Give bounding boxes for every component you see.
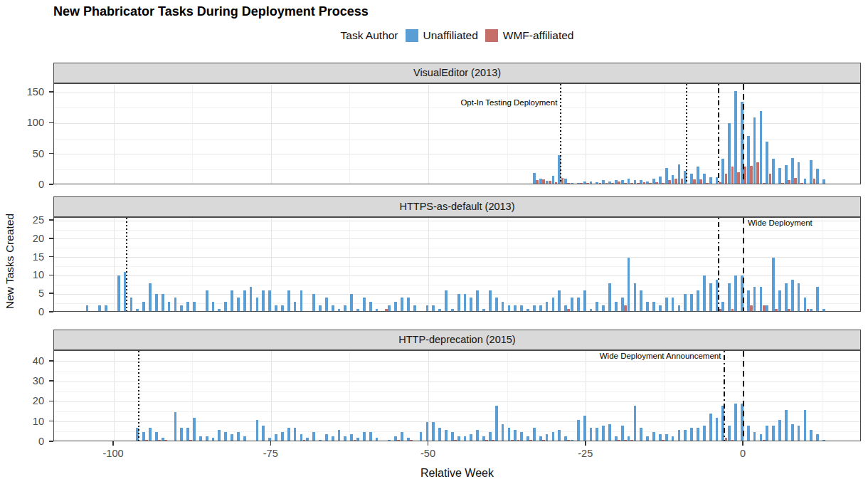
bar-wmf-affiliated bbox=[800, 183, 803, 184]
y-tick-label: 20 bbox=[0, 395, 44, 406]
bar-wmf-affiliated bbox=[618, 182, 620, 184]
bar-wmf-affiliated bbox=[794, 178, 797, 184]
bar-unaffiliated bbox=[533, 428, 536, 441]
gridline-h-minor bbox=[54, 285, 860, 285]
bar-wmf-affiliated bbox=[624, 440, 627, 441]
bar-unaffiliated bbox=[804, 410, 807, 441]
bar-wmf-affiliated bbox=[410, 440, 413, 441]
bar-unaffiliated bbox=[168, 302, 171, 312]
bar-wmf-affiliated bbox=[624, 305, 627, 312]
gridline-v-minor bbox=[192, 84, 193, 184]
gridline-h-major bbox=[54, 275, 860, 276]
bar-unaffiliated bbox=[583, 416, 586, 441]
bar-unaffiliated bbox=[772, 159, 775, 184]
bar-unaffiliated bbox=[602, 426, 605, 441]
bar-unaffiliated bbox=[709, 414, 712, 441]
bar-unaffiliated bbox=[533, 305, 536, 312]
y-tick-mark bbox=[49, 311, 53, 312]
bar-unaffiliated bbox=[300, 290, 303, 312]
bar-unaffiliated bbox=[432, 422, 435, 441]
gridline-v-major bbox=[114, 218, 115, 311]
bar-wmf-affiliated bbox=[750, 166, 753, 184]
bar-unaffiliated bbox=[86, 305, 89, 312]
facet-strip-https-default: HTTPS-as-default (2013) bbox=[53, 196, 861, 217]
bar-wmf-affiliated bbox=[567, 309, 570, 312]
bar-wmf-affiliated bbox=[763, 305, 766, 312]
gridline-h-major bbox=[54, 123, 860, 124]
bar-unaffiliated bbox=[332, 436, 334, 441]
bar-unaffiliated bbox=[766, 426, 768, 441]
bar-wmf-affiliated bbox=[630, 440, 633, 441]
bar-unaffiliated bbox=[520, 432, 523, 441]
bar-unaffiliated bbox=[350, 294, 353, 312]
bar-wmf-affiliated bbox=[693, 179, 696, 184]
bar-wmf-affiliated bbox=[385, 309, 388, 312]
bar-unaffiliated bbox=[319, 440, 322, 441]
bar-unaffiliated bbox=[193, 418, 196, 441]
event-annotation: Opt-In Testing Deployment bbox=[344, 98, 557, 107]
x-tick-mark bbox=[428, 441, 429, 446]
y-tick-label: 15 bbox=[0, 251, 44, 263]
y-tick-label: 100 bbox=[0, 117, 44, 128]
bar-unaffiliated bbox=[810, 430, 813, 441]
bar-unaffiliated bbox=[508, 305, 511, 312]
bar-unaffiliated bbox=[577, 298, 580, 312]
bar-unaffiliated bbox=[652, 302, 655, 312]
bar-unaffiliated bbox=[526, 309, 529, 312]
bar-wmf-affiliated bbox=[189, 440, 192, 441]
bar-wmf-affiliated bbox=[529, 440, 532, 441]
bar-wmf-affiliated bbox=[725, 174, 728, 184]
event-vline-dotted bbox=[126, 218, 127, 311]
bar-unaffiliated bbox=[470, 298, 472, 312]
bar-unaffiliated bbox=[149, 283, 152, 312]
bar-unaffiliated bbox=[502, 424, 504, 441]
bar-unaffiliated bbox=[634, 406, 637, 441]
x-tick-label: -100 bbox=[92, 448, 134, 459]
bar-wmf-affiliated bbox=[618, 440, 620, 441]
bar-unaffiliated bbox=[697, 428, 699, 441]
bar-unaffiliated bbox=[174, 412, 177, 441]
bar-unaffiliated bbox=[546, 434, 549, 441]
bar-unaffiliated bbox=[778, 420, 781, 441]
gridline-v-major bbox=[114, 351, 115, 441]
bar-unaffiliated bbox=[640, 428, 642, 441]
gridline-v-major bbox=[428, 218, 429, 311]
x-tick-mark bbox=[270, 441, 272, 446]
bar-wmf-affiliated bbox=[549, 181, 551, 184]
bar-unaffiliated bbox=[312, 432, 315, 441]
bar-unaffiliated bbox=[552, 432, 555, 441]
bar-unaffiliated bbox=[237, 298, 240, 312]
gridline-h-major bbox=[54, 238, 860, 239]
bar-unaffiliated bbox=[438, 428, 441, 441]
bar-unaffiliated bbox=[212, 302, 215, 312]
bar-unaffiliated bbox=[413, 305, 416, 312]
bar-wmf-affiliated bbox=[397, 440, 400, 441]
event-vline-dashed bbox=[743, 351, 744, 441]
x-tick-label: -25 bbox=[564, 448, 607, 459]
bar-wmf-affiliated bbox=[750, 305, 753, 312]
bar-unaffiliated bbox=[224, 432, 227, 441]
y-tick-label: 0 bbox=[0, 179, 44, 190]
bar-unaffiliated bbox=[262, 426, 265, 441]
plot-area-http-deprecation: Wide Deployment Announcement bbox=[53, 350, 861, 441]
bar-wmf-affiliated bbox=[542, 179, 545, 184]
bar-unaffiliated bbox=[445, 430, 448, 441]
gridline-v-minor bbox=[665, 351, 665, 441]
bar-unaffiliated bbox=[816, 169, 819, 184]
event-vline-dotdash bbox=[718, 84, 719, 184]
bar-unaffiliated bbox=[652, 432, 655, 441]
bar-unaffiliated bbox=[470, 434, 472, 441]
bar-wmf-affiliated bbox=[454, 440, 457, 441]
bar-unaffiliated bbox=[608, 424, 611, 441]
bar-unaffiliated bbox=[634, 283, 637, 312]
bar-wmf-affiliated bbox=[580, 183, 583, 184]
event-annotation: Wide Deployment Announcement bbox=[507, 352, 721, 360]
bar-unaffiliated bbox=[206, 436, 208, 441]
bar-unaffiliated bbox=[760, 111, 763, 184]
bar-unaffiliated bbox=[281, 305, 284, 312]
bar-wmf-affiliated bbox=[593, 184, 596, 184]
gridline-h-major bbox=[54, 221, 860, 221]
legend-swatch-unaffiliated bbox=[406, 29, 418, 42]
bar-unaffiliated bbox=[785, 283, 788, 312]
bar-unaffiliated bbox=[822, 309, 825, 312]
